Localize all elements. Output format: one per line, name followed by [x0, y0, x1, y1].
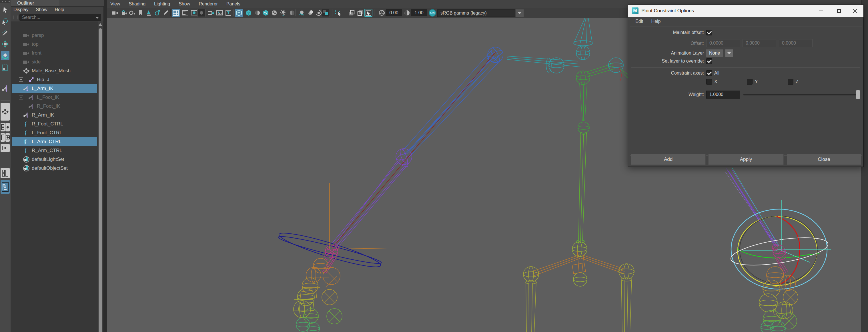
maximize-button[interactable] — [832, 5, 846, 17]
layer-front-icon[interactable] — [347, 9, 355, 17]
wireframe-shading-icon[interactable] — [235, 9, 243, 17]
hud-text-icon[interactable] — [224, 9, 232, 17]
offset-z-field[interactable] — [779, 39, 812, 47]
panel-splitter[interactable] — [104, 0, 107, 332]
maintain-offset-checkbox[interactable] — [706, 30, 712, 35]
outliner-menu-help[interactable]: Help — [55, 7, 64, 13]
ambient-occlusion-icon[interactable] — [307, 9, 315, 17]
outliner-row-hip-j[interactable]: Hip_J — [12, 75, 97, 84]
viewport-menu-show[interactable]: Show — [179, 0, 190, 8]
camera-attributes-icon[interactable] — [128, 9, 136, 17]
outliner-menu-display[interactable]: Display — [13, 7, 28, 13]
gate-mask-icon[interactable] — [197, 9, 206, 17]
offset-y-field[interactable] — [743, 39, 776, 47]
dialog-titlebar[interactable]: M Point Constraint Options — [628, 5, 863, 17]
weight-input[interactable] — [707, 91, 740, 98]
outliner-tab[interactable]: Outliner — [11, 0, 59, 6]
axis-x-checkbox[interactable] — [706, 79, 712, 85]
outliner-row-r-foot-ctrl[interactable]: R_Foot_CTRL — [12, 120, 97, 128]
search-input[interactable] — [20, 14, 101, 21]
dialog-menu-help[interactable]: Help — [651, 17, 661, 26]
weight-slider-thumb[interactable] — [856, 90, 860, 99]
outliner-row-default-object-set[interactable]: defaultObjectSet — [12, 164, 97, 173]
contrast-icon[interactable] — [403, 9, 411, 17]
gamma-preset-dropdown[interactable]: sRGB gamma (legacy) — [437, 9, 515, 17]
layer-back-icon[interactable] — [356, 9, 364, 17]
film-gate-icon[interactable] — [181, 9, 189, 17]
exposure-field[interactable] — [385, 9, 402, 16]
filter-icon[interactable] — [12, 14, 18, 21]
motion-blur-icon[interactable] — [315, 9, 323, 17]
outliner-row-l-foot-ctrl[interactable]: L_Foot_CTRL — [12, 128, 97, 137]
dialog-menu-edit[interactable]: Edit — [636, 17, 643, 26]
offset-y-input[interactable] — [743, 39, 776, 47]
animation-layer-dropdown-arrow-icon[interactable] — [725, 49, 733, 57]
outliner-row-default-light-set[interactable]: defaultLightSet — [12, 155, 97, 164]
axis-y-checkbox[interactable] — [747, 79, 752, 85]
object-selection-icon[interactable] — [335, 9, 343, 17]
animation-layer-dropdown[interactable]: None — [706, 49, 723, 57]
layout-single-pane-button[interactable] — [1, 103, 10, 121]
scroll-up-icon[interactable] — [99, 23, 102, 26]
viewport-menu-view[interactable]: View — [110, 0, 120, 8]
scale-marquee-tool-icon[interactable] — [1, 63, 9, 73]
layout-two-pane-button[interactable] — [1, 123, 5, 131]
viewport-menu-shading[interactable]: Shading — [129, 0, 146, 8]
axes-all-checkbox[interactable] — [706, 70, 712, 76]
viewport-menu-lighting[interactable]: Lighting — [154, 0, 170, 8]
outliner-scrollbar[interactable] — [98, 22, 103, 332]
default-lighting-icon[interactable] — [279, 9, 287, 17]
close-action-button[interactable]: Close — [787, 154, 861, 165]
ik-handle-tool-icon[interactable] — [1, 84, 9, 93]
contrast-field[interactable] — [411, 9, 427, 16]
apply-button[interactable]: Apply — [708, 154, 784, 165]
image-plane-wedge-icon[interactable] — [145, 9, 153, 17]
select-tool-icon[interactable] — [1, 5, 9, 14]
outliner-row-front[interactable]: front — [12, 48, 97, 58]
outliner-menu-show[interactable]: Show — [36, 7, 47, 13]
contrast-input[interactable] — [411, 10, 427, 16]
axis-z-checkbox[interactable] — [788, 79, 794, 85]
offset-x-input[interactable] — [707, 39, 740, 47]
layout-outliner-persp-button[interactable] — [1, 180, 10, 194]
outliner-row-male-base-mesh[interactable]: Male_Base_Mesh — [12, 66, 97, 75]
outliner-row-r-arm-ik[interactable]: R_Arm_IK — [12, 110, 97, 120]
close-button[interactable] — [848, 5, 862, 17]
layout-persp-diamond-button[interactable] — [5, 123, 10, 131]
expand-toggle-icon[interactable] — [19, 77, 23, 82]
grease-pencil-icon[interactable] — [162, 9, 170, 17]
viewport-menu-panels[interactable]: Panels — [226, 0, 240, 8]
anti-aliasing-icon[interactable] — [322, 9, 330, 17]
weight-slider-track[interactable] — [743, 94, 860, 95]
outliner-row-side[interactable]: side — [12, 58, 97, 66]
expand-toggle-icon[interactable] — [19, 95, 23, 99]
scrollbar-thumb[interactable] — [99, 28, 102, 332]
field-chart-icon[interactable] — [207, 9, 215, 17]
minimize-button[interactable] — [814, 5, 828, 17]
checker-material-icon[interactable] — [270, 9, 278, 17]
color-management-toggle[interactable]: ON — [429, 9, 436, 16]
viewport-menu-renderer[interactable]: Renderer — [199, 0, 218, 8]
gamma-dropdown-arrow-icon[interactable] — [516, 9, 524, 17]
select-camera-icon[interactable] — [111, 9, 119, 17]
resolution-gate-icon[interactable] — [190, 9, 198, 17]
outliner-row-l-arm-ik[interactable]: L_Arm_IK — [12, 84, 97, 93]
expand-toggle-icon[interactable] — [19, 104, 23, 108]
layout-wide-pane-button[interactable] — [1, 144, 10, 152]
offset-z-input[interactable] — [779, 39, 812, 47]
exposure-input[interactable] — [386, 10, 402, 16]
set-layer-checkbox[interactable] — [706, 58, 712, 64]
layout-pane-button[interactable] — [1, 133, 5, 142]
bookmark-icon[interactable] — [136, 9, 145, 17]
pan-zoom-icon[interactable] — [153, 9, 161, 17]
shadows-icon[interactable] — [298, 9, 306, 17]
search-dropdown-icon[interactable] — [95, 17, 99, 19]
layout-split-vertical-button[interactable] — [1, 168, 10, 178]
smooth-shading-icon[interactable] — [245, 9, 253, 17]
lighting-sphere-icon[interactable] — [253, 9, 261, 17]
lock-camera-icon[interactable] — [120, 9, 127, 17]
offset-x-field[interactable] — [706, 39, 740, 47]
layout-add-pane-button[interactable] — [5, 133, 10, 142]
rotate-tool-icon[interactable] — [1, 51, 9, 60]
lasso-select-tool-icon[interactable] — [1, 17, 9, 26]
